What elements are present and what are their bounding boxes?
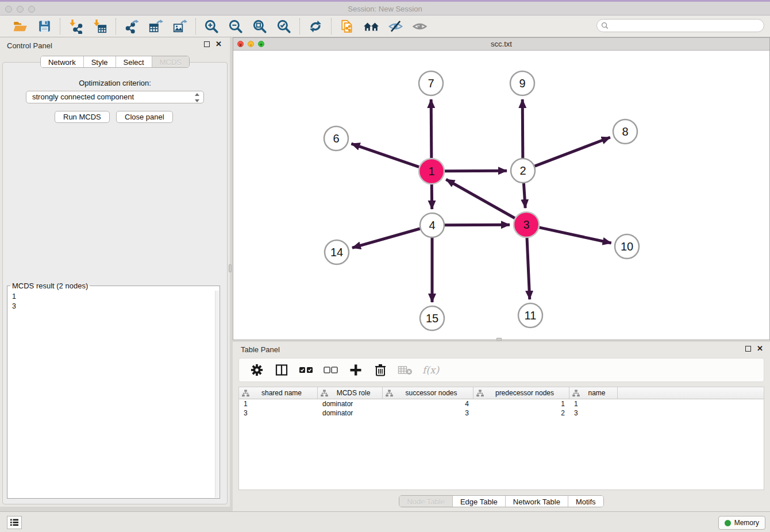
plus-icon	[349, 363, 363, 377]
tab-motifs[interactable]: Motifs	[568, 496, 603, 507]
edge-2-8[interactable]	[535, 137, 610, 166]
edge-3-11[interactable]	[527, 238, 530, 299]
zoom-fit-button[interactable]	[252, 18, 268, 34]
add-column-button[interactable]	[348, 363, 363, 377]
edge-3-10[interactable]	[539, 228, 611, 243]
table-body: 1dominator4113dominator323	[239, 399, 764, 418]
table-row[interactable]: 1dominator411	[239, 399, 764, 408]
unchecked-boxes-icon	[324, 364, 338, 376]
splitter-handle[interactable]	[229, 264, 232, 272]
houses-icon	[363, 19, 379, 34]
tab-mcds[interactable]: MCDS	[152, 56, 189, 67]
import-table-icon	[93, 19, 107, 34]
edge-3-1[interactable]	[446, 179, 515, 218]
table-panel: Table Panel ✕	[233, 342, 770, 511]
column-header-shared-name[interactable]: shared name	[239, 387, 318, 399]
zoom-selected-button[interactable]	[276, 18, 292, 34]
tab-network[interactable]: Network	[41, 56, 83, 67]
column-type-icon	[572, 390, 580, 397]
table-cell: 1	[239, 399, 318, 408]
edge-1-6[interactable]	[351, 144, 419, 167]
open-session-button[interactable]	[12, 18, 28, 34]
tab-select[interactable]: Select	[116, 56, 152, 67]
result-scrollbar[interactable]	[215, 291, 219, 498]
session-title: Session: New Session	[0, 5, 770, 13]
optimization-criterion-dropdown[interactable]: strongly connected component	[26, 91, 204, 103]
select-all-rows-button[interactable]	[299, 363, 314, 377]
import-network-button[interactable]	[68, 18, 84, 34]
float-panel-icon[interactable]	[745, 346, 751, 352]
mcds-result-title: MCDS result (2 nodes)	[10, 282, 90, 290]
tab-node-table[interactable]: Node Table	[399, 496, 452, 507]
tab-style[interactable]: Style	[83, 56, 116, 67]
show-columns-button[interactable]	[274, 363, 289, 377]
tab-network-table[interactable]: Network Table	[505, 496, 568, 507]
table-cell: 3	[383, 408, 473, 418]
run-mcds-button[interactable]: Run MCDS	[55, 111, 110, 123]
zoom-in-button[interactable]	[203, 18, 220, 34]
node-label-3: 3	[523, 218, 529, 231]
edge-2-3[interactable]	[523, 183, 525, 208]
table-cell: dominator	[318, 408, 383, 418]
table-header-row: shared name MCDS role successor nodes pr…	[239, 387, 764, 399]
optimization-criterion-label: Optimization criterion:	[0, 79, 230, 87]
delete-table-button[interactable]	[398, 363, 413, 377]
memory-button[interactable]: Memory	[718, 516, 765, 530]
edge-1-7[interactable]	[431, 99, 432, 158]
task-history-button[interactable]	[7, 516, 22, 529]
column-header-successor-nodes[interactable]: successor nodes	[383, 387, 473, 399]
columns-icon	[275, 363, 288, 377]
search-input[interactable]	[609, 21, 764, 31]
network-graph[interactable]: 1234678910111415	[233, 51, 769, 340]
close-panel-icon[interactable]: ✕	[215, 41, 222, 47]
clone-network-button[interactable]	[339, 18, 355, 34]
control-panel: Control Panel ✕ NetworkStyleSelectMCDS O…	[0, 37, 230, 507]
column-header-MCDS-role[interactable]: MCDS role	[318, 387, 383, 399]
delete-column-button[interactable]	[373, 363, 388, 377]
node-label-8: 8	[622, 125, 628, 138]
dropdown-stepper-icon	[194, 93, 200, 102]
control-panel-title: Control Panel	[7, 41, 52, 50]
edge-1-2[interactable]	[445, 171, 507, 171]
splitter-handle[interactable]	[496, 338, 502, 341]
close-panel-button[interactable]: Close panel	[116, 111, 173, 123]
table-row[interactable]: 3dominator323	[239, 408, 764, 418]
edge-2-9[interactable]	[522, 99, 523, 158]
edge-4-14[interactable]	[352, 229, 420, 248]
hide-selected-button[interactable]	[387, 18, 403, 34]
save-session-button[interactable]	[36, 18, 52, 34]
memory-label: Memory	[734, 519, 759, 527]
zoom-out-button[interactable]	[228, 18, 244, 34]
export-image-icon	[172, 19, 187, 34]
column-type-icon	[386, 390, 393, 397]
export-network-button[interactable]	[124, 18, 140, 34]
column-type-icon	[321, 390, 328, 397]
network-canvas[interactable]: 1234678910111415	[233, 51, 769, 340]
float-panel-icon[interactable]	[204, 41, 210, 47]
first-neighbors-button[interactable]	[363, 18, 379, 34]
edge-4-3[interactable]	[445, 225, 510, 225]
checked-boxes-icon	[299, 364, 314, 376]
show-all-button[interactable]	[411, 18, 428, 34]
column-header-predecessor-nodes[interactable]: predecessor nodes	[473, 387, 569, 399]
export-table-button[interactable]	[148, 18, 164, 34]
network-window-titlebar[interactable]: x - + scc.txt	[233, 38, 769, 51]
main-toolbar	[0, 16, 770, 37]
column-type-icon	[476, 390, 484, 397]
application-window: Session: New Session	[0, 0, 770, 532]
search-field[interactable]	[596, 19, 764, 32]
refresh-layout-button[interactable]	[307, 18, 324, 34]
dropdown-value: strongly connected component	[32, 92, 134, 101]
table-options-button[interactable]	[249, 363, 264, 377]
column-header-name[interactable]: name	[569, 387, 618, 399]
close-panel-icon[interactable]: ✕	[757, 345, 763, 352]
control-panel-tabs: NetworkStyleSelectMCDS	[0, 56, 230, 68]
save-floppy-icon	[37, 19, 52, 33]
attribute-function-button[interactable]: f(x)	[422, 364, 439, 376]
table-cell: 1	[569, 399, 618, 408]
zoom-out-icon	[228, 19, 243, 34]
deselect-all-rows-button[interactable]	[324, 363, 338, 377]
tab-edge-table[interactable]: Edge Table	[452, 496, 505, 507]
export-image-button[interactable]	[172, 18, 188, 34]
import-table-button[interactable]	[92, 18, 108, 34]
